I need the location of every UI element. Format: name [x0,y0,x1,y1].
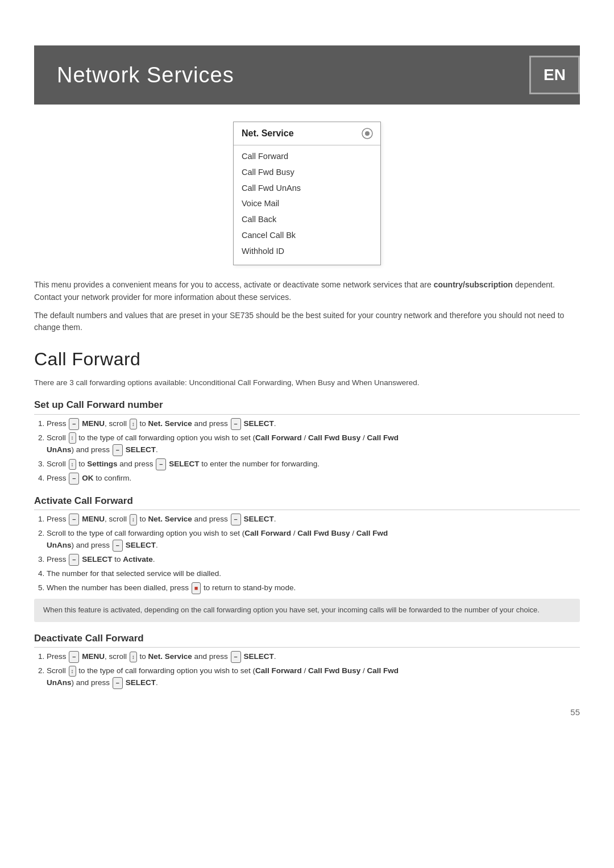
menu-item-call-fwd-unans: Call Fwd UnAns [234,181,380,197]
select-button-1: – [231,418,241,430]
main-content: Net. Service Call Forward Call Fwd Busy … [34,105,580,736]
intro-paragraph-1: This menu provides a convenient means fo… [34,279,580,303]
scroll-icon-4: ↕ [130,514,137,525]
setup-step-2: Scroll ↕ to the type of call forwarding … [47,432,580,456]
net-service-menu: Net. Service Call Forward Call Fwd Busy … [233,122,381,265]
menu-item-cancel-call-bk: Cancel Call Bk [234,228,380,244]
setup-step-1: Press – MENU, scroll ↕ to Net. Service a… [47,418,580,430]
menu-item-call-forward: Call Forward [234,149,380,165]
menu-button-3: – [69,651,79,663]
menu-button-2: – [69,514,79,525]
page-number: 55 [34,706,580,719]
activate-step-5: When the number has been dialled, press … [47,582,580,594]
scroll-icon-5: ↕ [130,652,137,663]
activate-note: When this feature is activated, dependin… [34,599,580,621]
menu-items-list: Call Forward Call Fwd Busy Call Fwd UnAn… [234,145,380,265]
select-button-4: – [231,514,241,525]
select-button-7: – [231,651,241,663]
scroll-icon-6: ↕ [69,666,76,677]
select-button-8: – [113,677,123,689]
menu-item-withhold-id: Withhold ID [234,244,380,260]
header-bar: Network Services EN [34,45,580,105]
menu-box-title: Net. Service [242,127,294,140]
setup-steps: Press – MENU, scroll ↕ to Net. Service a… [47,418,580,485]
scroll-icon-1: ↕ [130,419,137,430]
end-button: ■ [192,582,201,594]
settings-icon [361,127,374,140]
activate-step-1: Press – MENU, scroll ↕ to Net. Service a… [47,514,580,525]
language-badge: EN [529,56,580,94]
menu-box-wrapper: Net. Service Call Forward Call Fwd Busy … [34,122,580,265]
select-button-2: – [113,444,123,456]
ok-button: – [69,473,79,485]
menu-box-header: Net. Service [234,122,380,145]
net-service-label-1: Net. Service [148,419,192,428]
svg-point-1 [365,131,370,136]
call-forward-heading: Call Forward [34,345,580,373]
select-button-6: – [69,554,79,566]
scroll-icon-3: ↕ [69,459,76,470]
page-title: Network Services [34,59,234,91]
menu-item-call-fwd-busy: Call Fwd Busy [234,165,380,181]
deactivate-steps: Press – MENU, scroll ↕ to Net. Service a… [47,651,580,689]
activate-step-3: Press – SELECT to Activate. [47,554,580,566]
scroll-icon-2: ↕ [69,432,76,444]
deactivate-step-1: Press – MENU, scroll ↕ to Net. Service a… [47,651,580,663]
deactivate-step-2: Scroll ↕ to the type of call forwarding … [47,665,580,689]
menu-button: – [69,418,79,430]
activate-steps: Press – MENU, scroll ↕ to Net. Service a… [47,514,580,594]
menu-item-voice-mail: Voice Mail [234,196,380,212]
intro-bold-text: country/subscription [434,280,513,289]
select-label-1: SELECT [243,419,273,428]
select-button-3: – [156,458,166,470]
setup-step-4: Press – OK to confirm. [47,473,580,485]
deactivate-heading: Deactivate Call Forward [34,631,580,648]
activate-step-2: Scroll to the type of call forwarding op… [47,528,580,552]
activate-step-4: The number for that selected service wil… [47,568,580,580]
menu-label: MENU [82,419,105,428]
activate-heading: Activate Call Forward [34,494,580,511]
intro-paragraph-2: The default numbers and values that are … [34,310,580,334]
call-forward-desc: There are 3 call forwarding options avai… [34,377,580,389]
setup-step-3: Scroll ↕ to Settings and press – SELECT … [47,458,580,470]
select-button-5: – [113,540,123,552]
menu-item-call-back: Call Back [234,212,380,228]
setup-heading: Set up Call Forward number [34,398,580,415]
